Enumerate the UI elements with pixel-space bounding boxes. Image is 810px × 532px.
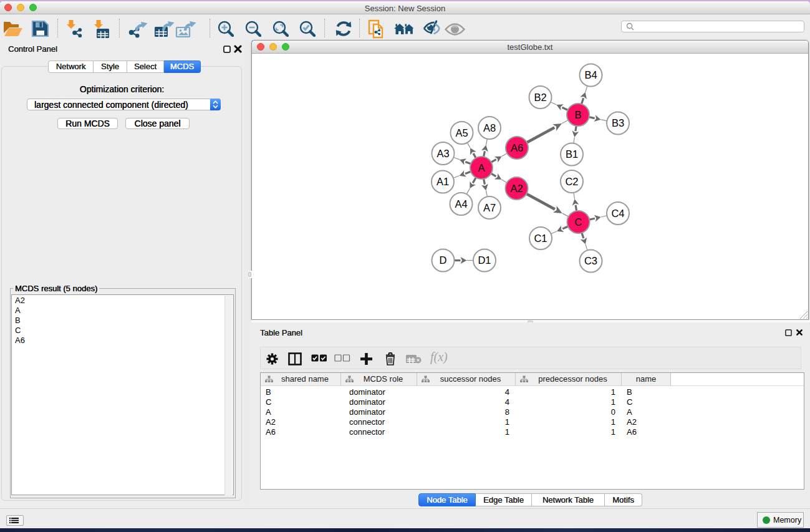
svg-text:C1: C1 (534, 232, 547, 243)
svg-text:A3: A3 (436, 147, 449, 158)
svg-text:D: D (440, 254, 447, 266)
svg-text:A6: A6 (511, 142, 523, 153)
svg-text:A1: A1 (436, 176, 449, 187)
svg-text:B4: B4 (584, 69, 597, 80)
svg-text:D1: D1 (478, 254, 491, 266)
svg-text:C: C (575, 216, 582, 227)
svg-text:C2: C2 (565, 175, 578, 186)
svg-text:A2: A2 (510, 182, 523, 193)
svg-text:A4: A4 (455, 198, 467, 209)
svg-text:C3: C3 (584, 255, 597, 266)
svg-text:A5: A5 (455, 127, 468, 138)
svg-text:B3: B3 (612, 117, 624, 128)
svg-text:B1: B1 (566, 148, 578, 160)
svg-text:B2: B2 (534, 91, 546, 102)
svg-text:A8: A8 (483, 122, 496, 133)
svg-text:C4: C4 (611, 207, 624, 218)
svg-text:A7: A7 (483, 201, 496, 213)
svg-text:A: A (478, 162, 485, 173)
svg-text:B: B (574, 109, 581, 120)
